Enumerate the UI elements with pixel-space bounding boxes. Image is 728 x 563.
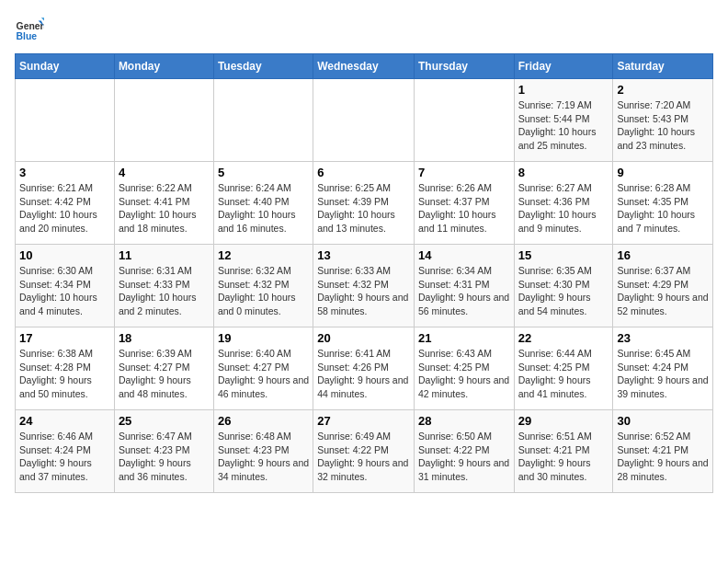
day-info: Sunrise: 6:32 AM Sunset: 4:32 PM Dayligh… xyxy=(218,264,309,318)
calendar-week-1: 1Sunrise: 7:19 AM Sunset: 5:44 PM Daylig… xyxy=(16,79,713,162)
day-number: 7 xyxy=(418,166,510,179)
day-number: 11 xyxy=(119,248,210,262)
calendar-cell: 1Sunrise: 7:19 AM Sunset: 5:44 PM Daylig… xyxy=(514,79,613,162)
calendar-cell: 8Sunrise: 6:27 AM Sunset: 4:36 PM Daylig… xyxy=(514,162,613,245)
day-info: Sunrise: 6:48 AM Sunset: 4:23 PM Dayligh… xyxy=(218,430,309,484)
day-header-tuesday: Tuesday xyxy=(213,54,313,79)
day-number: 3 xyxy=(19,166,110,179)
calendar-cell: 5Sunrise: 6:24 AM Sunset: 4:40 PM Daylig… xyxy=(213,162,313,245)
day-number: 20 xyxy=(317,331,410,345)
calendar-cell xyxy=(16,79,115,162)
day-header-monday: Monday xyxy=(114,54,213,79)
calendar-cell: 19Sunrise: 6:40 AM Sunset: 4:27 PM Dayli… xyxy=(213,327,313,410)
day-number: 8 xyxy=(518,166,609,179)
calendar-week-2: 3Sunrise: 6:21 AM Sunset: 4:42 PM Daylig… xyxy=(16,162,713,245)
day-number: 19 xyxy=(218,331,309,345)
calendar-week-4: 17Sunrise: 6:38 AM Sunset: 4:28 PM Dayli… xyxy=(16,327,713,410)
day-number: 17 xyxy=(19,331,110,345)
calendar-cell: 20Sunrise: 6:41 AM Sunset: 4:26 PM Dayli… xyxy=(313,327,415,410)
day-number: 28 xyxy=(418,414,510,428)
calendar-week-3: 10Sunrise: 6:30 AM Sunset: 4:34 PM Dayli… xyxy=(16,245,713,327)
calendar-cell: 15Sunrise: 6:35 AM Sunset: 4:30 PM Dayli… xyxy=(514,245,613,327)
day-info: Sunrise: 6:21 AM Sunset: 4:42 PM Dayligh… xyxy=(19,181,110,236)
day-info: Sunrise: 6:33 AM Sunset: 4:32 PM Dayligh… xyxy=(317,264,410,318)
day-info: Sunrise: 6:22 AM Sunset: 4:41 PM Dayligh… xyxy=(119,181,210,236)
day-number: 29 xyxy=(518,414,609,428)
day-info: Sunrise: 6:52 AM Sunset: 4:21 PM Dayligh… xyxy=(617,430,709,484)
day-number: 30 xyxy=(617,414,709,428)
page-header: General Blue xyxy=(15,15,713,44)
day-info: Sunrise: 6:26 AM Sunset: 4:37 PM Dayligh… xyxy=(418,181,510,236)
calendar-cell: 13Sunrise: 6:33 AM Sunset: 4:32 PM Dayli… xyxy=(313,245,415,327)
day-info: Sunrise: 6:39 AM Sunset: 4:27 PM Dayligh… xyxy=(119,347,210,401)
day-number: 1 xyxy=(518,83,609,97)
calendar-cell xyxy=(414,79,514,162)
day-number: 10 xyxy=(19,248,110,262)
calendar-cell xyxy=(313,79,415,162)
calendar-cell: 29Sunrise: 6:51 AM Sunset: 4:21 PM Dayli… xyxy=(514,410,613,493)
calendar-cell: 18Sunrise: 6:39 AM Sunset: 4:27 PM Dayli… xyxy=(114,327,213,410)
calendar-cell: 11Sunrise: 6:31 AM Sunset: 4:33 PM Dayli… xyxy=(114,245,213,327)
calendar-table: SundayMondayTuesdayWednesdayThursdayFrid… xyxy=(15,53,713,493)
calendar-cell: 14Sunrise: 6:34 AM Sunset: 4:31 PM Dayli… xyxy=(414,245,514,327)
calendar-cell: 4Sunrise: 6:22 AM Sunset: 4:41 PM Daylig… xyxy=(114,162,213,245)
day-info: Sunrise: 6:37 AM Sunset: 4:29 PM Dayligh… xyxy=(617,264,709,318)
day-info: Sunrise: 6:44 AM Sunset: 4:25 PM Dayligh… xyxy=(518,347,609,401)
day-info: Sunrise: 6:31 AM Sunset: 4:33 PM Dayligh… xyxy=(119,264,210,318)
day-info: Sunrise: 6:50 AM Sunset: 4:22 PM Dayligh… xyxy=(418,430,510,484)
day-info: Sunrise: 6:30 AM Sunset: 4:34 PM Dayligh… xyxy=(19,264,110,318)
calendar-cell xyxy=(213,79,313,162)
calendar-cell xyxy=(114,79,213,162)
logo: General Blue xyxy=(15,15,48,44)
calendar-cell: 6Sunrise: 6:25 AM Sunset: 4:39 PM Daylig… xyxy=(313,162,415,245)
day-number: 24 xyxy=(19,414,110,428)
day-info: Sunrise: 6:49 AM Sunset: 4:22 PM Dayligh… xyxy=(317,430,410,484)
day-info: Sunrise: 6:45 AM Sunset: 4:24 PM Dayligh… xyxy=(617,347,709,401)
day-number: 2 xyxy=(617,83,709,97)
day-info: Sunrise: 6:40 AM Sunset: 4:27 PM Dayligh… xyxy=(218,347,309,401)
calendar-cell: 3Sunrise: 6:21 AM Sunset: 4:42 PM Daylig… xyxy=(16,162,115,245)
day-header-wednesday: Wednesday xyxy=(313,54,415,79)
day-info: Sunrise: 6:51 AM Sunset: 4:21 PM Dayligh… xyxy=(518,430,609,484)
calendar-cell: 7Sunrise: 6:26 AM Sunset: 4:37 PM Daylig… xyxy=(414,162,514,245)
calendar-cell: 26Sunrise: 6:48 AM Sunset: 4:23 PM Dayli… xyxy=(213,410,313,493)
svg-text:General: General xyxy=(17,21,44,31)
calendar-cell: 28Sunrise: 6:50 AM Sunset: 4:22 PM Dayli… xyxy=(414,410,514,493)
day-header-thursday: Thursday xyxy=(414,54,514,79)
day-number: 14 xyxy=(418,248,510,262)
calendar-cell: 27Sunrise: 6:49 AM Sunset: 4:22 PM Dayli… xyxy=(313,410,415,493)
calendar-cell: 30Sunrise: 6:52 AM Sunset: 4:21 PM Dayli… xyxy=(613,410,713,493)
day-info: Sunrise: 6:43 AM Sunset: 4:25 PM Dayligh… xyxy=(418,347,510,401)
day-number: 12 xyxy=(218,248,309,262)
day-number: 6 xyxy=(317,166,410,179)
day-number: 23 xyxy=(617,331,709,345)
calendar-cell: 24Sunrise: 6:46 AM Sunset: 4:24 PM Dayli… xyxy=(16,410,115,493)
day-number: 16 xyxy=(617,248,709,262)
day-info: Sunrise: 6:46 AM Sunset: 4:24 PM Dayligh… xyxy=(19,430,110,484)
calendar-cell: 21Sunrise: 6:43 AM Sunset: 4:25 PM Dayli… xyxy=(414,327,514,410)
calendar-cell: 17Sunrise: 6:38 AM Sunset: 4:28 PM Dayli… xyxy=(16,327,115,410)
day-number: 9 xyxy=(617,166,709,179)
day-header-saturday: Saturday xyxy=(613,54,713,79)
calendar-cell: 16Sunrise: 6:37 AM Sunset: 4:29 PM Dayli… xyxy=(613,245,713,327)
day-info: Sunrise: 6:25 AM Sunset: 4:39 PM Dayligh… xyxy=(317,181,410,236)
day-info: Sunrise: 7:20 AM Sunset: 5:43 PM Dayligh… xyxy=(617,98,709,153)
calendar-week-5: 24Sunrise: 6:46 AM Sunset: 4:24 PM Dayli… xyxy=(16,410,713,493)
day-number: 25 xyxy=(119,414,210,428)
calendar-cell: 10Sunrise: 6:30 AM Sunset: 4:34 PM Dayli… xyxy=(16,245,115,327)
day-info: Sunrise: 6:47 AM Sunset: 4:23 PM Dayligh… xyxy=(119,430,210,484)
calendar-cell: 12Sunrise: 6:32 AM Sunset: 4:32 PM Dayli… xyxy=(213,245,313,327)
day-number: 27 xyxy=(317,414,410,428)
calendar-cell: 9Sunrise: 6:28 AM Sunset: 4:35 PM Daylig… xyxy=(613,162,713,245)
calendar-cell: 2Sunrise: 7:20 AM Sunset: 5:43 PM Daylig… xyxy=(613,79,713,162)
day-number: 22 xyxy=(518,331,609,345)
day-info: Sunrise: 6:35 AM Sunset: 4:30 PM Dayligh… xyxy=(518,264,609,318)
day-info: Sunrise: 6:41 AM Sunset: 4:26 PM Dayligh… xyxy=(317,347,410,401)
day-header-friday: Friday xyxy=(514,54,613,79)
calendar-cell: 25Sunrise: 6:47 AM Sunset: 4:23 PM Dayli… xyxy=(114,410,213,493)
calendar-cell: 23Sunrise: 6:45 AM Sunset: 4:24 PM Dayli… xyxy=(613,327,713,410)
day-number: 15 xyxy=(518,248,609,262)
day-number: 18 xyxy=(119,331,210,345)
day-info: Sunrise: 6:38 AM Sunset: 4:28 PM Dayligh… xyxy=(19,347,110,401)
day-number: 5 xyxy=(218,166,309,179)
